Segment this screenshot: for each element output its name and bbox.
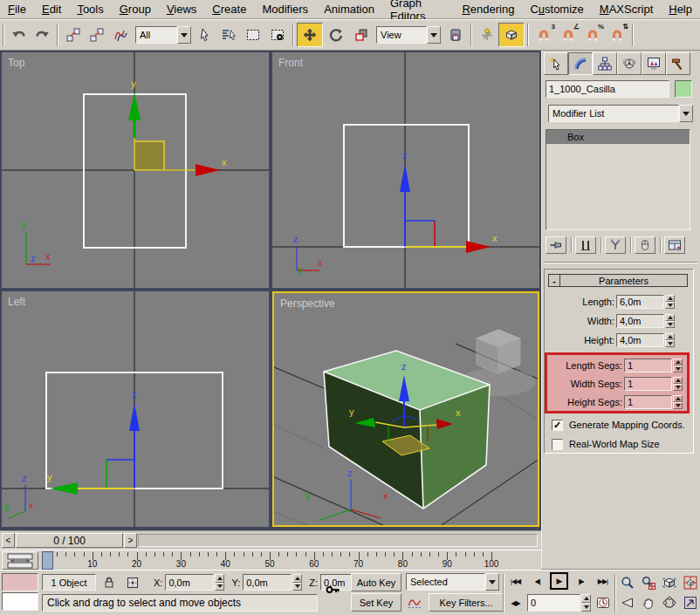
- param-spinner[interactable]: [665, 314, 675, 328]
- spinner-down[interactable]: [581, 603, 591, 612]
- menu-file[interactable]: File: [0, 1, 34, 17]
- pin-stack-button[interactable]: [546, 236, 566, 254]
- tab-hierarchy[interactable]: [593, 52, 617, 75]
- spinner-down[interactable]: [665, 321, 675, 328]
- spinner-up[interactable]: [292, 574, 302, 583]
- zoom-all-button[interactable]: [638, 573, 658, 592]
- tab-modify[interactable]: [568, 52, 593, 75]
- reference-coordinate-system-dropdown[interactable]: View: [376, 26, 441, 44]
- viewport-label[interactable]: Front: [278, 57, 304, 69]
- spinner-down[interactable]: [665, 340, 675, 347]
- dropdown-arrow-icon[interactable]: [679, 105, 693, 122]
- spinner-up[interactable]: [673, 395, 683, 402]
- coord-spinner[interactable]: [215, 574, 224, 591]
- select-by-name-button[interactable]: [216, 23, 241, 47]
- show-end-result-button[interactable]: [575, 236, 596, 254]
- viewport-top[interactable]: y x y z x Top: [2, 52, 269, 288]
- param-spinner[interactable]: [673, 359, 683, 372]
- rectangular-selection-region-button[interactable]: [241, 23, 265, 47]
- zoom-extents-all-button[interactable]: [680, 573, 700, 592]
- undo-button[interactable]: [7, 23, 31, 47]
- checkbox-real-world-map-size[interactable]: [552, 439, 563, 450]
- min-max-toggle-button[interactable]: [680, 593, 700, 612]
- selection-set-dropdown[interactable]: Selected: [406, 573, 499, 591]
- maxscript-mini-listener-white[interactable]: [2, 592, 38, 611]
- tab-display[interactable]: [642, 52, 666, 75]
- maxscript-mini-listener-pink[interactable]: [2, 573, 38, 591]
- absolute-offset-mode-toggle[interactable]: [123, 574, 142, 591]
- viewport-label[interactable]: Perspective: [280, 297, 335, 310]
- spinner-up[interactable]: [673, 377, 683, 384]
- previous-frame-slider-button[interactable]: <: [2, 533, 15, 548]
- tab-create[interactable]: [544, 52, 568, 75]
- set-keys-button[interactable]: [319, 577, 346, 602]
- param-field-length-segs[interactable]: 1: [624, 359, 672, 372]
- coord-spinner[interactable]: [292, 574, 302, 591]
- current-frame-field[interactable]: 0: [527, 594, 580, 612]
- modifier-list-dropdown[interactable]: Modifier List: [548, 105, 693, 122]
- param-spinner[interactable]: [673, 377, 683, 391]
- menu-tools[interactable]: Tools: [69, 1, 111, 17]
- param-spinner[interactable]: [665, 295, 675, 309]
- viewport-left[interactable]: z y z y x Left: [2, 291, 269, 527]
- next-frame-button[interactable]: |▶: [572, 572, 590, 590]
- gizmo-z-arrow[interactable]: [129, 403, 140, 431]
- default-tangent-button[interactable]: [403, 593, 426, 612]
- tab-utilities[interactable]: [666, 52, 690, 75]
- menu-edit[interactable]: Edit: [34, 1, 69, 17]
- menu-group[interactable]: Group: [112, 1, 159, 17]
- param-field-height-segs[interactable]: 1: [624, 395, 672, 409]
- spinner-snap-toggle[interactable]: ⇅: [605, 23, 629, 47]
- remove-modifier-button[interactable]: [635, 236, 655, 254]
- viewport-front[interactable]: z x z y x Front: [272, 52, 539, 288]
- spinner-down[interactable]: [215, 583, 224, 591]
- pan-button[interactable]: [638, 593, 658, 612]
- select-and-move-button[interactable]: [297, 23, 323, 47]
- dropdown-arrow-icon[interactable]: [427, 26, 441, 44]
- time-slider-track[interactable]: [138, 534, 538, 547]
- modifier-stack[interactable]: Box: [546, 129, 690, 230]
- selection-filter-dropdown[interactable]: All: [135, 26, 191, 44]
- select-and-manipulate-button[interactable]: [475, 23, 498, 47]
- go-to-start-button[interactable]: |◀◀: [506, 572, 525, 590]
- checkbox-generate-mapping-coords[interactable]: ✓: [552, 420, 563, 431]
- menu-customize[interactable]: Customize: [522, 1, 591, 17]
- spinner-down[interactable]: [665, 302, 675, 309]
- configure-modifier-sets-button[interactable]: [664, 236, 685, 254]
- unlink-selection-button[interactable]: [85, 23, 108, 47]
- param-field-width[interactable]: 4,0m: [616, 314, 664, 328]
- arc-rotate-button[interactable]: [659, 593, 679, 612]
- param-field-width-segs[interactable]: 1: [624, 377, 672, 391]
- play-button[interactable]: ▶: [550, 572, 568, 590]
- spinner-down[interactable]: [673, 402, 683, 409]
- spinner-up[interactable]: [665, 333, 675, 340]
- menu-views[interactable]: Views: [159, 1, 204, 17]
- set-key-button[interactable]: Set Key: [351, 593, 401, 612]
- select-object-button[interactable]: [194, 23, 216, 47]
- track-bar[interactable]: 0102030405060708090100: [0, 550, 541, 570]
- viewport-label[interactable]: Top: [8, 57, 25, 69]
- viewport-label[interactable]: Left: [8, 296, 26, 308]
- auto-key-button[interactable]: Auto Key: [351, 573, 401, 591]
- go-to-end-button[interactable]: ▶▶|: [594, 572, 612, 590]
- select-and-scale-button[interactable]: [349, 23, 374, 47]
- gizmo-z-arrow[interactable]: [400, 164, 410, 192]
- select-and-rotate-button[interactable]: [323, 23, 349, 47]
- dropdown-arrow-icon[interactable]: [485, 573, 499, 591]
- field-of-view-button[interactable]: [617, 593, 637, 612]
- key-filters-button[interactable]: Key Filters...: [429, 593, 504, 612]
- key-mode-toggle[interactable]: ◀▶: [506, 594, 525, 612]
- time-configuration-button[interactable]: [594, 594, 612, 612]
- gizmo-x-arrow[interactable]: [196, 164, 220, 176]
- snaps-toggle[interactable]: 3: [532, 23, 556, 47]
- frame-spinner[interactable]: [581, 594, 591, 612]
- previous-frame-button[interactable]: ◀|: [528, 572, 546, 590]
- object-color-swatch[interactable]: [675, 80, 692, 98]
- angle-snap-toggle[interactable]: ∠: [556, 23, 580, 47]
- coord-field-x[interactable]: 0,0m: [165, 574, 214, 591]
- spinner-up[interactable]: [673, 359, 683, 366]
- dropdown-arrow-icon[interactable]: [177, 26, 191, 44]
- viewport-perspective[interactable]: z y x z y x Perspective: [272, 291, 539, 527]
- object-name-field[interactable]: 1_1000_Casilla: [546, 80, 669, 98]
- make-unique-button[interactable]: [605, 236, 626, 254]
